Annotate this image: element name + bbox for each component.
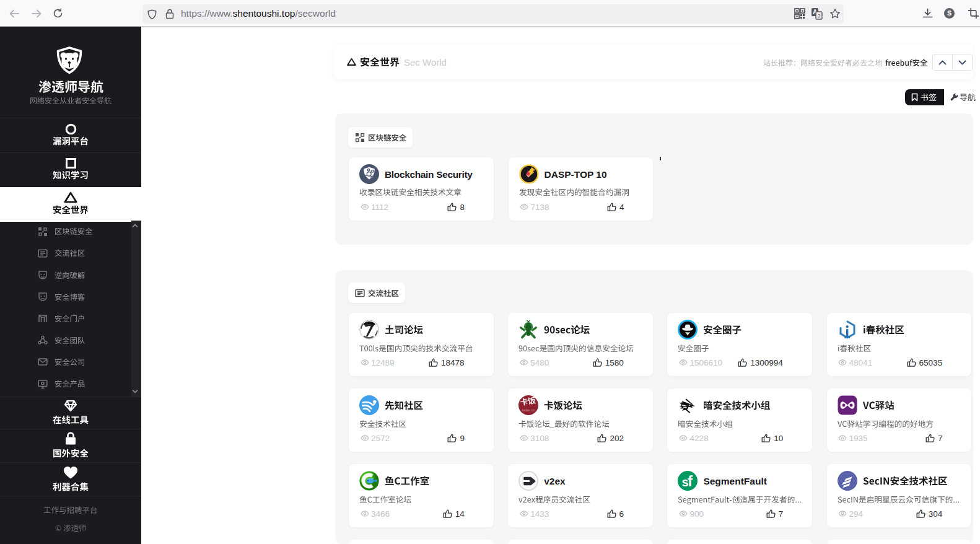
svg-text:S: S [947,9,952,17]
svg-text:?: ? [817,13,820,19]
svg-text:f: f [688,473,693,489]
svg-text:kafan.cn: kafan.cn [522,408,535,412]
